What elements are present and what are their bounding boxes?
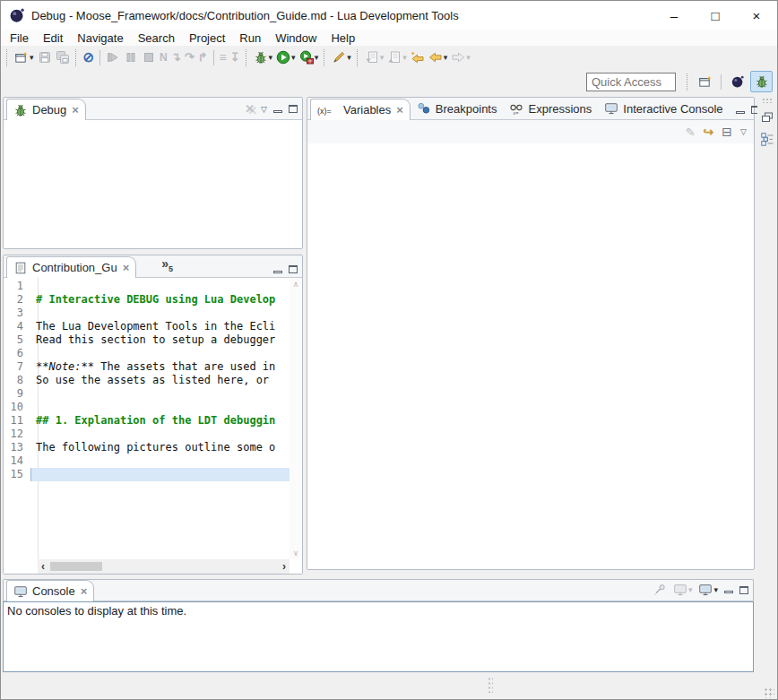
step-filters-icon: ≡: [220, 50, 227, 65]
menu-file[interactable]: File: [3, 30, 36, 46]
tab-expressions[interactable]: x=Expressions: [503, 98, 598, 119]
maximize-button[interactable]: [289, 265, 298, 273]
step-return-icon: ↱: [198, 50, 208, 65]
perspective-toolbar: ✦: [1, 69, 777, 94]
collapse-all-button[interactable]: ⊟: [722, 125, 732, 139]
minimize-button[interactable]: [273, 266, 282, 273]
maximize-button[interactable]: [289, 105, 298, 113]
chevron-down-icon[interactable]: ▾: [380, 53, 385, 62]
outline-view-button[interactable]: [760, 132, 774, 146]
skip-all-breakpoints-button[interactable]: ⊘: [82, 47, 97, 68]
ldt-logo-icon: [9, 7, 25, 23]
minimize-button[interactable]: –: [653, 1, 695, 30]
line-number: 8: [4, 374, 30, 387]
pen-tool-button[interactable]: ▾: [330, 47, 353, 68]
scroll-down-icon[interactable]: ∨: [293, 547, 299, 559]
tab-console[interactable]: Console ×: [6, 580, 94, 601]
editor-line: 15: [4, 468, 290, 481]
resume-button: [104, 47, 122, 68]
external-tools-button[interactable]: ▾: [298, 47, 321, 68]
line-number: 11: [4, 414, 30, 428]
document-icon: [13, 261, 28, 275]
new-wizard-button[interactable]: ✦▾: [13, 47, 36, 68]
chevron-down-icon[interactable]: ▾: [688, 585, 693, 594]
open-perspective-button[interactable]: ✦: [694, 71, 716, 92]
run-button[interactable]: ▾: [274, 47, 298, 68]
chevron-down-icon[interactable]: ▾: [402, 53, 407, 62]
vertical-scrollbar[interactable]: ∧ ∨: [290, 278, 302, 559]
scrollbar-thumb[interactable]: [50, 562, 102, 571]
chevron-down-icon[interactable]: ▾: [713, 585, 718, 594]
chevron-down-icon[interactable]: ▾: [291, 53, 296, 62]
open-console-button[interactable]: ✦▾: [698, 583, 718, 597]
minimize-button[interactable]: [736, 107, 745, 114]
debug-button[interactable]: ▾: [252, 47, 275, 68]
chevron-down-icon[interactable]: ▾: [315, 53, 319, 62]
hidden-tabs-chevron[interactable]: »5: [161, 256, 173, 273]
minimize-button[interactable]: [273, 106, 282, 113]
console-view: Console × ▾✦▾ No consoles to display at …: [3, 579, 754, 672]
view-menu-button[interactable]: ▽: [261, 105, 267, 114]
ldt-perspective-button[interactable]: [726, 71, 748, 92]
status-bar: [1, 673, 777, 700]
close-icon[interactable]: ×: [396, 105, 403, 116]
debug-view-content[interactable]: [4, 120, 302, 248]
step-over-icon: ↷: [185, 50, 194, 65]
tab-variables[interactable]: (x)=Variables×: [310, 99, 411, 120]
chevron-down-icon[interactable]: ▾: [466, 53, 471, 62]
close-icon[interactable]: ×: [81, 586, 88, 597]
variables-view-header: (x)=Variables×Breakpointsx=Expressions✦I…: [307, 98, 754, 120]
menu-run[interactable]: Run: [232, 30, 268, 46]
scroll-right-icon[interactable]: ›: [279, 560, 290, 573]
tab-interactive-console[interactable]: ✦Interactive Console: [598, 98, 729, 119]
chevron-down-icon[interactable]: ▾: [269, 53, 273, 62]
suspend-button: [122, 47, 140, 68]
chevron-down-icon[interactable]: ▾: [444, 53, 448, 62]
last-edit-location-button[interactable]: ✦: [409, 47, 427, 68]
resize-grip-icon[interactable]: [764, 687, 774, 698]
menu-project[interactable]: Project: [182, 30, 232, 46]
editor-line: 9: [4, 387, 290, 401]
menu-help[interactable]: Help: [324, 30, 362, 46]
forward-button: ▾: [449, 47, 472, 68]
window-controls: –□×: [653, 1, 777, 30]
view-menu-button[interactable]: ▽: [740, 127, 747, 136]
scroll-up-icon[interactable]: ∧: [293, 278, 299, 290]
tab-contribution-guide[interactable]: Contribution_Gu ×: [6, 256, 136, 278]
menu-window[interactable]: Window: [268, 30, 324, 46]
editor-line: 12: [4, 428, 290, 441]
disconnect-icon: N: [160, 50, 168, 65]
scroll-left-icon[interactable]: ‹: [38, 560, 48, 573]
tab-breakpoints[interactable]: Breakpoints: [411, 98, 504, 119]
variables-view-content[interactable]: [307, 143, 754, 569]
chevron-down-icon[interactable]: ▾: [347, 53, 351, 62]
show-type-names-button: ✎: [686, 125, 696, 139]
editor-content[interactable]: 12# Interactive DEBUG using Lua Develop3…: [4, 278, 302, 574]
show-logical-structures-button[interactable]: ↪: [704, 125, 714, 139]
remove-all-terminated-button: ✕: [245, 102, 255, 116]
horizontal-scrollbar[interactable]: ‹ ›: [38, 559, 290, 574]
svg-text:✦: ✦: [22, 50, 28, 58]
use-step-filters-button: ≡: [218, 47, 229, 68]
debug-perspective-button[interactable]: [750, 71, 773, 92]
menu-navigate[interactable]: Navigate: [70, 30, 130, 46]
restore-view-button[interactable]: [760, 110, 774, 125]
chevron-down-icon[interactable]: ▾: [30, 53, 34, 62]
tab-debug[interactable]: Debug ×: [6, 99, 86, 120]
line-number: 5: [4, 333, 30, 347]
close-button[interactable]: ×: [736, 1, 777, 30]
floppy-all-icon: [56, 50, 70, 65]
line-number: 2: [4, 293, 30, 307]
back-button[interactable]: ▾: [427, 47, 450, 68]
line-number: 14: [4, 454, 30, 468]
maximize-button[interactable]: □: [695, 1, 736, 30]
maximize-button[interactable]: [739, 586, 748, 594]
sash-drag-handle[interactable]: [488, 677, 493, 693]
close-icon[interactable]: ×: [72, 105, 79, 116]
breakpoints-icon: [417, 101, 431, 116]
menu-edit[interactable]: Edit: [36, 30, 70, 46]
menu-search[interactable]: Search: [131, 30, 182, 46]
close-icon[interactable]: ×: [123, 263, 130, 273]
quick-access-input[interactable]: [586, 73, 676, 91]
minimize-button[interactable]: [724, 586, 733, 593]
